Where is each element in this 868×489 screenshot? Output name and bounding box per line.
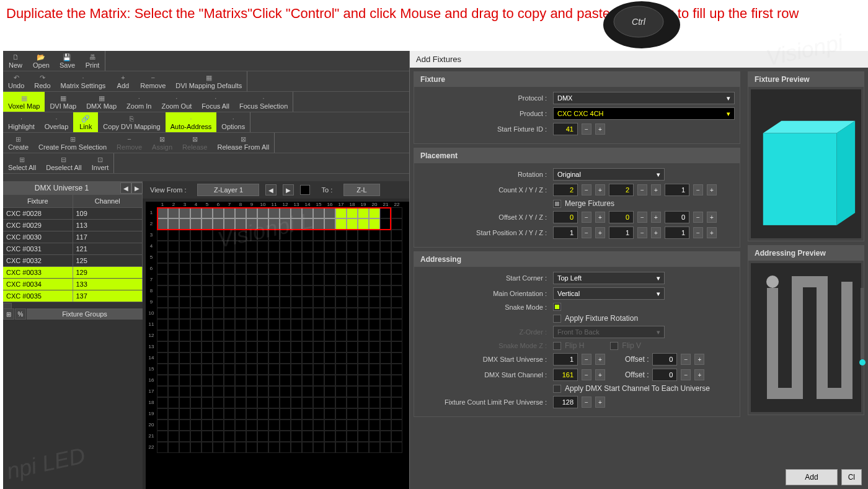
grid-cell[interactable] [380,319,391,330]
grid-cell[interactable] [268,431,280,442]
fg-btn-2[interactable]: % [15,308,26,320]
grid-cell[interactable] [235,386,246,397]
grid-cell[interactable] [257,442,268,453]
grid-cell[interactable] [268,419,280,431]
grid-cell[interactable] [391,218,402,230]
grid-cell[interactable] [213,442,224,453]
dmx-next-button[interactable]: ▶ [131,182,143,194]
grid-cell[interactable] [190,285,202,297]
grid-cell[interactable] [358,408,369,419]
grid-cell[interactable] [179,364,190,375]
grid-cell[interactable] [246,341,257,352]
grid-cell[interactable] [291,207,302,218]
grid-cell[interactable] [246,442,257,453]
grid-cell[interactable] [168,252,179,263]
grid-cell[interactable] [369,431,380,442]
focus-all-button[interactable]: ·Focus All [197,92,234,112]
grid-cell[interactable] [257,386,268,397]
grid-cell[interactable] [358,241,369,252]
grid-cell[interactable] [168,330,179,341]
grid-cell[interactable] [190,207,202,218]
grid-cell[interactable] [302,252,313,263]
grid-cell[interactable] [190,419,202,431]
grid-cell[interactable] [224,230,235,241]
grid-cell[interactable] [257,252,268,263]
grid-cell[interactable] [168,386,179,397]
grid-cell[interactable] [246,397,257,408]
grid-cell[interactable] [302,207,313,218]
grid-cell[interactable] [324,397,335,408]
grid-cell[interactable] [257,352,268,364]
grid-cell[interactable] [179,319,190,330]
grid-cell[interactable] [324,207,335,218]
grid-cell[interactable] [369,330,380,341]
grid-cell[interactable] [302,218,313,230]
grid-cell[interactable] [224,419,235,431]
grid-cell[interactable] [190,364,202,375]
grid-cell[interactable] [235,207,246,218]
grid-cell[interactable] [347,297,358,308]
grid-cell[interactable] [324,419,335,431]
grid-cell[interactable] [268,230,280,241]
grid-cell[interactable] [280,297,291,308]
grid-cell[interactable] [347,341,358,352]
grid-cell[interactable] [291,386,302,397]
grid-cell[interactable] [179,241,190,252]
grid-cell[interactable] [246,274,257,285]
grid-cell[interactable] [313,408,324,419]
grid-cell[interactable] [213,308,224,319]
grid-cell[interactable] [168,218,179,230]
invert-button[interactable]: ⊡Invert [87,153,114,173]
grid-cell[interactable] [246,419,257,431]
grid-cell[interactable] [202,364,213,375]
grid-cell[interactable] [190,252,202,263]
grid-cell[interactable] [313,274,324,285]
grid-cell[interactable] [190,442,202,453]
grid-cell[interactable] [257,308,268,319]
grid-cell[interactable] [168,285,179,297]
grid-cell[interactable] [268,375,280,386]
grid-cell[interactable] [324,230,335,241]
grid-cell[interactable] [324,330,335,341]
snake-checkbox[interactable] [553,303,561,311]
view-prev-button[interactable]: ◀ [265,184,277,195]
grid-cell[interactable] [391,341,402,352]
grid-cell[interactable] [268,285,280,297]
select-all-button[interactable]: ⊞Select All [3,153,41,173]
grid-cell[interactable] [213,419,224,431]
grid-cell[interactable] [380,397,391,408]
offset-y-input[interactable]: 0 [609,211,634,223]
grid-cell[interactable] [246,297,257,308]
grid-cell[interactable] [291,364,302,375]
grid-cell[interactable] [257,375,268,386]
grid-cell[interactable] [391,252,402,263]
grid-cell[interactable] [202,285,213,297]
grid-cell[interactable] [235,352,246,364]
grid-cell[interactable] [157,252,168,263]
grid-cell[interactable] [291,341,302,352]
grid-cell[interactable] [324,241,335,252]
grid-cell[interactable] [157,364,168,375]
grid-cell[interactable] [324,308,335,319]
grid-cell[interactable] [324,263,335,274]
grid-cell[interactable] [224,408,235,419]
grid-cell[interactable] [391,386,402,397]
grid-cell[interactable] [202,419,213,431]
grid-cell[interactable] [369,297,380,308]
cy-inc[interactable]: + [651,184,661,195]
grid-cell[interactable] [358,207,369,218]
grid-cell[interactable] [291,319,302,330]
grid-cell[interactable] [335,263,347,274]
table-row[interactable]: CXC #0033129 [3,267,143,279]
grid-cell[interactable] [280,218,291,230]
grid-cell[interactable] [268,297,280,308]
grid-cell[interactable] [291,431,302,442]
grid-cell[interactable] [380,308,391,319]
grid-cell[interactable] [246,375,257,386]
grid-cell[interactable] [302,263,313,274]
grid-cell[interactable] [347,285,358,297]
grid-cell[interactable] [347,230,358,241]
grid-cell[interactable] [168,419,179,431]
print-button[interactable]: 🖶Print [80,51,105,71]
grid-cell[interactable] [324,297,335,308]
